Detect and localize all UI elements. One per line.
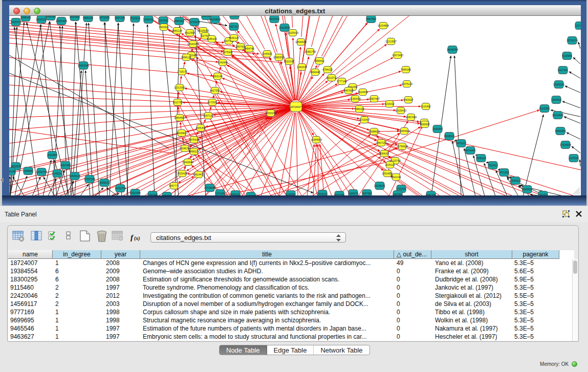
svg-text:6479197: 6479197	[456, 142, 466, 145]
svg-text:14136141: 14136141	[374, 184, 385, 187]
svg-text:8191513: 8191513	[36, 18, 47, 21]
svg-text:(x): (x)	[134, 235, 140, 242]
svg-text:7857227: 7857227	[229, 25, 239, 28]
svg-text:1615112: 1615112	[385, 163, 395, 166]
svg-text:1217305: 1217305	[575, 24, 581, 27]
svg-text:1527602: 1527602	[70, 16, 80, 18]
svg-text:2935114: 2935114	[476, 157, 486, 160]
svg-text:7625402: 7625402	[177, 172, 187, 175]
svg-text:20991406: 20991406	[56, 19, 67, 23]
svg-text:12505115: 12505115	[69, 174, 80, 178]
svg-text:15751074: 15751074	[567, 39, 578, 42]
svg-text:2099140: 2099140	[20, 16, 31, 19]
svg-text:6466160: 6466160	[83, 16, 93, 19]
svg-text:16958157: 16958157	[99, 181, 110, 184]
svg-text:8912954: 8912954	[185, 31, 195, 34]
svg-text:2522141: 2522141	[391, 176, 401, 179]
svg-text:16961758: 16961758	[304, 50, 316, 53]
svg-text:5322037: 5322037	[284, 60, 294, 63]
svg-text:15692951: 15692951	[555, 129, 566, 133]
svg-text:3624554: 3624554	[358, 91, 368, 94]
svg-text:7955812: 7955812	[314, 59, 324, 62]
svg-text:8186323: 8186323	[207, 37, 217, 40]
svg-text:19218506: 19218506	[279, 26, 290, 29]
svg-text:8938923: 8938923	[444, 135, 454, 138]
svg-text:5647382: 5647382	[362, 192, 372, 195]
svg-text:10807487: 10807487	[368, 97, 380, 100]
svg-text:17016534: 17016534	[560, 143, 571, 146]
svg-text:9115460: 9115460	[421, 105, 430, 108]
svg-text:9245652: 9245652	[522, 188, 532, 191]
svg-text:18607249: 18607249	[376, 141, 387, 144]
svg-text:9227341: 9227341	[558, 69, 568, 72]
svg-text:10973493: 10973493	[392, 54, 403, 57]
svg-text:12923446: 12923446	[129, 191, 141, 194]
svg-text:16409948: 16409948	[182, 161, 193, 164]
svg-text:1167534: 1167534	[569, 157, 578, 160]
svg-text:19654983: 19654983	[174, 116, 185, 119]
svg-text:9699695: 9699695	[420, 123, 430, 126]
svg-text:12942757: 12942757	[36, 170, 47, 173]
svg-text:6466160: 6466160	[174, 19, 184, 23]
svg-text:1065326: 1065326	[46, 16, 56, 18]
svg-text:9463627: 9463627	[403, 98, 413, 101]
svg-text:12975125: 12975125	[401, 82, 412, 85]
svg-text:10688609: 10688609	[368, 130, 380, 133]
svg-text:21364436: 21364436	[350, 97, 361, 100]
svg-text:1527602: 1527602	[158, 19, 168, 22]
svg-text:1362615: 1362615	[297, 65, 307, 69]
svg-text:1935359: 1935359	[195, 126, 206, 129]
svg-text:8471626: 8471626	[499, 171, 509, 174]
svg-text:19384554: 19384554	[311, 138, 322, 141]
svg-text:16648784: 16648784	[447, 48, 458, 51]
svg-text:9084067: 9084067	[379, 152, 389, 155]
svg-text:16543362: 16543362	[187, 42, 199, 46]
svg-text:7515524: 7515524	[130, 17, 140, 20]
svg-text:1603380: 1603380	[201, 16, 211, 17]
svg-text:16033809: 16033809	[209, 18, 221, 21]
svg-text:13325419: 13325419	[287, 31, 298, 34]
svg-text:1065532: 1065532	[143, 18, 154, 21]
svg-text:9129965: 9129965	[562, 54, 572, 57]
svg-text:19654923: 19654923	[399, 129, 410, 133]
svg-text:7986322: 7986322	[354, 107, 364, 111]
svg-text:12093322: 12093322	[553, 83, 564, 86]
svg-text:8990443: 8990443	[310, 71, 320, 74]
svg-text:4170061: 4170061	[207, 101, 217, 104]
svg-text:9777169: 9777169	[337, 80, 347, 83]
svg-text:25053346: 25053346	[78, 64, 89, 67]
svg-text:8215955: 8215955	[539, 107, 550, 110]
svg-text:9242843: 9242843	[217, 61, 228, 64]
svg-text:15720407: 15720407	[359, 118, 370, 121]
svg-text:53226058: 53226058	[198, 29, 209, 32]
svg-text:12213967: 12213967	[385, 40, 397, 43]
svg-text:9397585: 9397585	[60, 164, 71, 167]
svg-text:6216012: 6216012	[384, 102, 395, 105]
svg-text:6794023: 6794023	[322, 68, 333, 71]
svg-text:10719155: 10719155	[189, 20, 200, 24]
svg-text:2687682: 2687682	[366, 17, 376, 20]
svg-text:1071915: 1071915	[99, 16, 110, 19]
svg-text:6497568: 6497568	[343, 89, 354, 92]
svg-text:15883520: 15883520	[273, 56, 285, 59]
svg-text:f: f	[130, 233, 134, 242]
svg-text:5875685: 5875685	[223, 51, 233, 54]
svg-text:14914479: 14914479	[193, 173, 204, 176]
svg-text:10025433: 10025433	[395, 109, 406, 112]
svg-text:13524851: 13524851	[382, 172, 393, 175]
svg-text:8660124: 8660124	[172, 29, 182, 32]
svg-text:9474444: 9474444	[465, 149, 475, 152]
svg-text:10654112: 10654112	[510, 179, 521, 182]
svg-text:14957984: 14957984	[405, 116, 417, 119]
svg-text:5878333: 5878333	[189, 138, 199, 141]
svg-text:16782759: 16782759	[115, 187, 126, 190]
svg-text:8427552: 8427552	[210, 89, 220, 92]
svg-text:1733426: 1733426	[396, 187, 406, 190]
svg-text:19166823: 19166823	[176, 132, 187, 135]
svg-text:9457771: 9457771	[169, 184, 179, 187]
svg-text:13716485: 13716485	[204, 186, 215, 189]
svg-text:8613014: 8613014	[269, 17, 279, 20]
svg-text:7485063: 7485063	[401, 68, 411, 71]
svg-text:16210722: 16210722	[326, 76, 337, 79]
svg-text:16154808: 16154808	[378, 24, 389, 27]
